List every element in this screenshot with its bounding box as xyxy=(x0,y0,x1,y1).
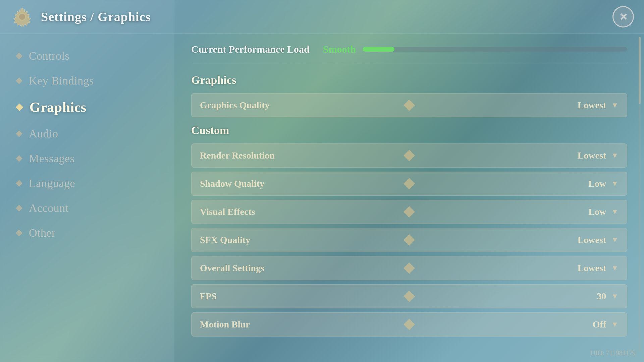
performance-status: Smooth xyxy=(323,44,356,55)
fps-label: FPS xyxy=(200,291,597,302)
scrollbar-track[interactable] xyxy=(639,37,641,352)
render-resolution-value: Lowest xyxy=(578,150,606,161)
performance-progress-bar xyxy=(363,47,627,52)
graphics-quality-label: Graphics Quality xyxy=(200,100,578,111)
overall-settings-arrow: ▼ xyxy=(611,264,619,273)
motion-blur-label: Motion Blur xyxy=(200,319,593,330)
nav-label-controls: Controls xyxy=(29,50,69,62)
nav-label-key-bindings: Key Bindings xyxy=(29,74,94,87)
performance-progress-fill xyxy=(363,47,394,52)
visual-effects-dropdown[interactable]: Visual Effects Low ▼ xyxy=(191,200,627,224)
shadow-quality-label: Shadow Quality xyxy=(200,178,588,189)
nav-label-graphics: Graphics xyxy=(30,99,87,115)
performance-load-row: Current Performance Load Smooth xyxy=(191,44,627,62)
motion-blur-arrow: ▼ xyxy=(611,320,619,329)
overall-settings-value: Lowest xyxy=(578,263,606,274)
svg-point-1 xyxy=(19,14,25,20)
graphics-quality-dropdown[interactable]: Graphics Quality Lowest ▼ xyxy=(191,93,627,117)
nav-diamond-language xyxy=(16,180,22,187)
shadow-quality-arrow: ▼ xyxy=(611,179,619,188)
performance-load-label: Current Performance Load xyxy=(191,44,310,55)
close-icon: ✕ xyxy=(619,11,628,23)
nav-diamond-audio xyxy=(16,130,22,137)
gear-icon xyxy=(10,5,34,29)
sidebar-item-messages[interactable]: Messages xyxy=(0,146,174,171)
nav-label-account: Account xyxy=(29,202,69,215)
visual-effects-arrow: ▼ xyxy=(611,207,619,216)
sidebar-item-controls[interactable]: Controls xyxy=(0,44,174,68)
sidebar-item-key-bindings[interactable]: Key Bindings xyxy=(0,68,174,93)
custom-section-header: Custom xyxy=(191,124,627,137)
nav-label-language: Language xyxy=(29,177,75,190)
motion-blur-dropdown[interactable]: Motion Blur Off ▼ xyxy=(191,312,627,337)
page-title: Settings / Graphics xyxy=(41,9,151,24)
sfx-quality-dropdown[interactable]: SFX Quality Lowest ▼ xyxy=(191,228,627,252)
uid-label: UID: 711981179 xyxy=(590,349,636,357)
sidebar-item-language[interactable]: Language xyxy=(0,171,174,196)
motion-blur-value: Off xyxy=(593,319,606,330)
sidebar-item-graphics[interactable]: Graphics xyxy=(0,93,174,121)
graphics-quality-arrow: ▼ xyxy=(611,101,619,110)
render-resolution-arrow: ▼ xyxy=(611,151,619,160)
shadow-quality-dropdown[interactable]: Shadow Quality Low ▼ xyxy=(191,172,627,196)
nav-diamond-graphics xyxy=(16,104,23,111)
sfx-quality-label: SFX Quality xyxy=(200,235,578,245)
graphics-quality-value: Lowest xyxy=(578,100,606,111)
overall-settings-label: Overall Settings xyxy=(200,263,578,274)
sidebar-item-other[interactable]: Other xyxy=(0,221,174,245)
fps-dropdown[interactable]: FPS 30 ▼ xyxy=(191,284,627,308)
nav-diamond-account xyxy=(16,205,22,212)
fps-value: 30 xyxy=(597,291,606,302)
scrollbar-thumb[interactable] xyxy=(639,37,641,104)
sfx-quality-arrow: ▼ xyxy=(611,236,619,244)
nav-list: Controls Key Bindings Graphics Audio Mes… xyxy=(0,37,174,252)
nav-diamond-key-bindings xyxy=(16,77,22,84)
render-resolution-dropdown[interactable]: Render Resolution Lowest ▼ xyxy=(191,143,627,168)
nav-label-audio: Audio xyxy=(29,127,58,140)
sidebar-item-account[interactable]: Account xyxy=(0,196,174,221)
close-button[interactable]: ✕ xyxy=(612,6,634,27)
nav-label-messages: Messages xyxy=(29,152,74,165)
visual-effects-value: Low xyxy=(588,206,606,217)
sfx-quality-value: Lowest xyxy=(578,235,606,245)
sidebar-item-audio[interactable]: Audio xyxy=(0,121,174,146)
overall-settings-dropdown[interactable]: Overall Settings Lowest ▼ xyxy=(191,256,627,280)
nav-diamond-messages xyxy=(16,155,22,162)
render-resolution-label: Render Resolution xyxy=(200,150,578,161)
fps-arrow: ▼ xyxy=(611,292,619,301)
header: Settings / Graphics xyxy=(0,0,644,34)
nav-diamond-controls xyxy=(16,53,22,59)
nav-diamond-other xyxy=(16,230,22,236)
nav-label-other: Other xyxy=(29,227,56,239)
visual-effects-label: Visual Effects xyxy=(200,206,588,217)
shadow-quality-value: Low xyxy=(588,178,606,189)
main-content: Current Performance Load Smooth Graphics… xyxy=(174,34,644,362)
graphics-section-header: Graphics xyxy=(191,74,627,86)
